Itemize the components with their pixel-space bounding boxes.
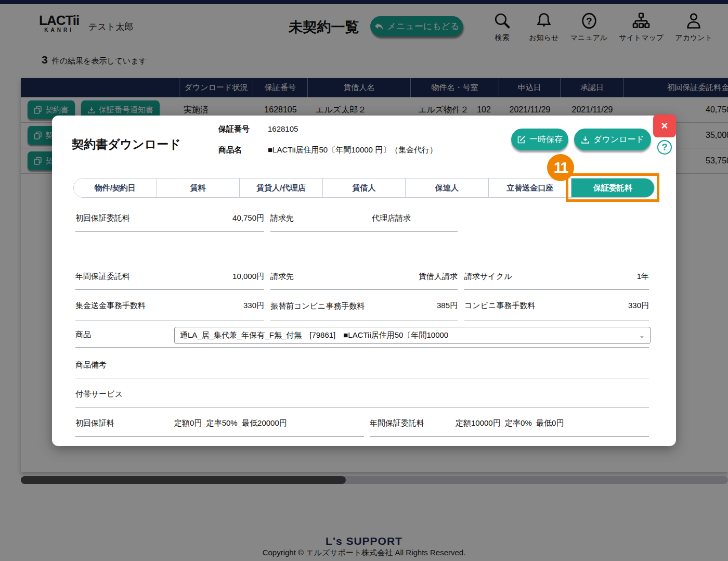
field-label: 商品備考 [75, 360, 107, 370]
field-label: 請求サイクル [464, 272, 512, 282]
product-select-value: 通LA_居_集代兼_年保有_F無_付無 [79861] ■LACTii居住用50… [180, 330, 448, 340]
field-konbini-fee: コンビニ事務手数料 330円 [464, 291, 649, 321]
download-icon [581, 135, 590, 144]
contract-download-modal: 契約書ダウンロード 保証番号 1628105 商品名 ■LACTii居住用50〔… [52, 116, 676, 446]
tab-lessor-agent[interactable]: 賃貸人/代理店 [240, 178, 323, 197]
product-row-label: 商品 [75, 330, 91, 340]
field-value: 代理店請求 [372, 213, 411, 223]
field-label: 年間保証委託料 [370, 418, 456, 428]
edit-pencil-icon [517, 135, 526, 144]
download-label: ダウンロード [593, 134, 644, 145]
product-select[interactable]: 通LA_居_集代兼_年保有_F無_付無 [79861] ■LACTii居住用50… [174, 327, 651, 344]
field-bill-to-initial: 請求先 代理店請求 [270, 205, 458, 232]
help-glyph: ? [662, 142, 668, 153]
page: LACTii KANRI テスト太郎 未契約一覧 メニューにもどる 検索 お知ら… [0, 0, 728, 561]
tab-remittance-account[interactable]: 立替送金口座 [489, 178, 572, 197]
field-initial-guarantee-formula: 初回保証料 定額0円_定率50%_最低20000円 [75, 411, 364, 437]
download-button[interactable]: ダウンロード [574, 129, 651, 150]
product-name-label: 商品名 [218, 145, 242, 155]
field-value: 385円 [437, 301, 458, 311]
product-name-value: ■LACTii居住用50〔年間10000 円〕（集金代行） [268, 145, 437, 155]
field-label: 付帯サービス [75, 389, 123, 399]
field-value: 1年 [637, 272, 649, 282]
field-value: 賃借人請求 [419, 272, 458, 282]
field-label: 振替前コンビニ事務手数料 [270, 300, 354, 312]
chevron-down-icon: ⌄ [639, 332, 645, 339]
field-value: 定額10000円_定率0%_最低0円 [456, 418, 564, 428]
guarantee-no-value: 1628105 [268, 124, 298, 133]
field-value: 330円 [243, 301, 264, 311]
modal-close-button[interactable]: × [653, 114, 676, 137]
help-icon[interactable]: ? [657, 140, 672, 155]
field-value: 10,000円 [232, 272, 264, 282]
field-annual-guarantee-fee: 年間保証委託料 10,000円 [75, 263, 264, 290]
field-annual-guarantee-formula: 年間保証委託料 定額10000円_定率0%_最低0円 [370, 411, 649, 437]
field-value: 40,750円 [232, 213, 264, 223]
field-initial-guarantee-fee: 初回保証委託料 40,750円 [75, 205, 264, 232]
field-label: 請求先 [270, 272, 294, 282]
temp-save-label: 一時保存 [529, 134, 563, 145]
field-value: 定額0円_定率50%_最低20000円 [174, 418, 287, 428]
field-attached-services: 付帯サービス [75, 381, 649, 407]
modal-title: 契約書ダウンロード [72, 136, 181, 152]
field-collection-transfer-fee: 集金送金事務手数料 330円 [75, 291, 264, 321]
temp-save-button[interactable]: 一時保存 [511, 129, 568, 150]
tab-guarantor[interactable]: 保連人 [406, 178, 489, 197]
field-label: 請求先 [270, 213, 294, 223]
tab-property-contract-date[interactable]: 物件/契約日 [74, 178, 157, 197]
field-label: 集金送金事務手数料 [75, 301, 146, 311]
modal-tab-bar: 物件/契約日 賃料 賃貸人/代理店 賃借人 保連人 立替送金口座 保証委託料 [73, 178, 655, 198]
field-billing-cycle: 請求サイクル 1年 [464, 263, 649, 290]
field-product-remarks: 商品備考 [75, 352, 649, 378]
tab-rent[interactable]: 賃料 [157, 178, 240, 197]
field-value: 330円 [628, 301, 649, 311]
field-label: 初回保証委託料 [75, 213, 130, 223]
field-label: 初回保証料 [75, 418, 174, 428]
field-bill-to-annual: 請求先 賃借人請求 [270, 263, 458, 290]
guarantee-no-label: 保証番号 [218, 124, 250, 134]
field-label: コンビニ事務手数料 [464, 301, 535, 311]
annotation-step-badge: 11 [547, 154, 574, 181]
field-label: 年間保証委託料 [75, 272, 130, 282]
tab-guarantee-fee[interactable]: 保証委託料 [571, 178, 654, 197]
tab-tenant[interactable]: 賃借人 [323, 178, 406, 197]
close-icon: × [661, 119, 668, 132]
field-pre-transfer-konbini-fee: 振替前コンビニ事務手数料 385円 [270, 291, 458, 321]
